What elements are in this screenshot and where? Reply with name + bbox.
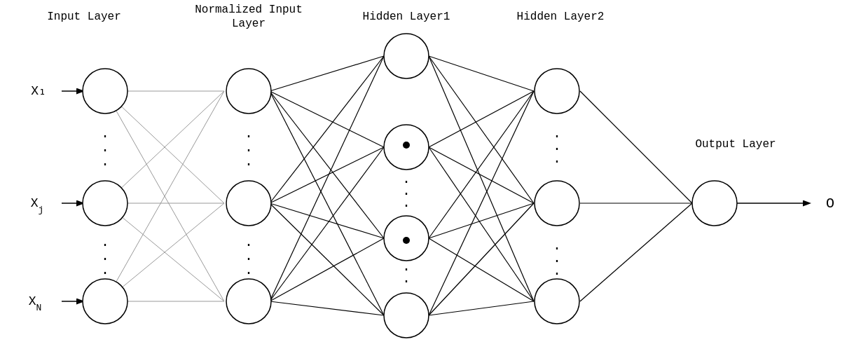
output-o-label: O bbox=[826, 196, 834, 212]
hidden1-layer-label: Hidden Layer1 bbox=[363, 11, 450, 23]
output-layer-label: Output Layer bbox=[695, 138, 776, 151]
hidden1-node-4 bbox=[384, 293, 429, 338]
output-node bbox=[692, 181, 737, 226]
svg-line-13 bbox=[270, 91, 384, 147]
svg-line-17 bbox=[270, 147, 384, 203]
svg-text:·: · bbox=[402, 198, 411, 214]
svg-line-31 bbox=[429, 203, 534, 238]
svg-text:·: · bbox=[101, 265, 109, 281]
svg-line-22 bbox=[270, 238, 384, 301]
svg-line-27 bbox=[429, 91, 534, 147]
svg-line-36 bbox=[580, 91, 692, 203]
hidden2-node-2 bbox=[535, 181, 579, 226]
norm-node-2 bbox=[226, 181, 271, 226]
hidden1-node-1 bbox=[384, 34, 429, 78]
svg-line-23 bbox=[270, 301, 384, 315]
svg-line-33 bbox=[429, 91, 534, 315]
svg-line-18 bbox=[270, 203, 384, 238]
svg-line-21 bbox=[270, 147, 384, 301]
svg-line-28 bbox=[429, 147, 534, 203]
norm-layer-label-line2: Layer bbox=[232, 18, 266, 30]
norm-layer-label-line1: Normalized Input bbox=[195, 4, 303, 16]
svg-line-19 bbox=[270, 203, 384, 315]
svg-line-25 bbox=[429, 56, 534, 203]
input-xj-label: Xj bbox=[31, 196, 44, 215]
svg-line-12 bbox=[270, 56, 384, 91]
norm-node-3 bbox=[226, 279, 271, 324]
norm-node-1 bbox=[226, 69, 271, 114]
svg-line-20 bbox=[270, 56, 384, 301]
svg-line-26 bbox=[429, 56, 534, 301]
svg-text:·: · bbox=[101, 156, 109, 172]
svg-line-30 bbox=[429, 91, 534, 238]
svg-line-34 bbox=[429, 203, 534, 315]
hidden2-layer-label: Hidden Layer2 bbox=[517, 11, 605, 23]
svg-line-32 bbox=[429, 238, 534, 301]
svg-line-15 bbox=[270, 91, 384, 315]
svg-line-14 bbox=[270, 91, 384, 238]
svg-point-55 bbox=[403, 142, 410, 149]
svg-line-35 bbox=[429, 301, 534, 315]
svg-line-29 bbox=[429, 147, 534, 301]
svg-line-24 bbox=[429, 56, 534, 91]
input-node-2 bbox=[83, 181, 128, 226]
input-x1-label: X₁ bbox=[31, 84, 46, 98]
svg-point-56 bbox=[403, 237, 410, 244]
neural-network-diagram: Input Layer Normalized Input Layer Hidde… bbox=[0, 0, 868, 363]
svg-line-16 bbox=[270, 56, 384, 203]
svg-text:·: · bbox=[244, 265, 253, 281]
svg-text:·: · bbox=[244, 156, 253, 172]
hidden2-node-3 bbox=[535, 279, 579, 324]
svg-text:·: · bbox=[402, 273, 411, 289]
svg-text:·: · bbox=[553, 266, 561, 282]
svg-line-38 bbox=[580, 203, 692, 301]
hidden2-node-1 bbox=[535, 69, 579, 114]
input-node-1 bbox=[83, 69, 128, 114]
input-layer-label: Input Layer bbox=[47, 11, 121, 23]
svg-text:·: · bbox=[553, 153, 561, 170]
input-xn-label: XN bbox=[29, 294, 42, 313]
input-node-3 bbox=[83, 279, 128, 324]
